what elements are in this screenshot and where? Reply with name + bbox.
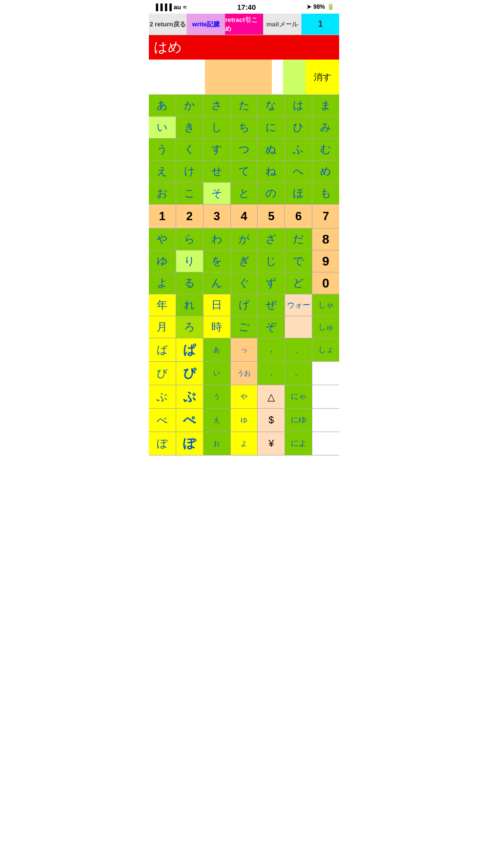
key-ma[interactable]: ま <box>312 95 339 116</box>
key-ta[interactable]: た <box>231 95 258 116</box>
key-small-ya[interactable]: や <box>231 385 258 408</box>
key-ji-time[interactable]: 時 <box>203 316 231 338</box>
key-o[interactable]: お <box>149 183 176 204</box>
key-ni[interactable]: に <box>258 117 285 138</box>
key-ro[interactable]: ろ <box>176 316 203 338</box>
key-small-i[interactable]: い <box>203 362 231 385</box>
key-uo[interactable]: うお <box>231 362 258 385</box>
key-ka[interactable]: か <box>176 95 203 116</box>
key-ji[interactable]: じ <box>258 250 285 272</box>
key-ku[interactable]: く <box>176 139 203 160</box>
key-ko[interactable]: こ <box>176 183 203 204</box>
key-si[interactable]: し <box>203 117 231 138</box>
key-small-o[interactable]: お <box>203 432 231 455</box>
key-mi[interactable]: み <box>312 117 339 138</box>
key-ya[interactable]: や <box>149 228 176 250</box>
key-wo[interactable]: を <box>203 250 231 272</box>
key-bi[interactable]: び <box>149 362 176 385</box>
key-mu[interactable]: む <box>312 139 339 160</box>
key-0[interactable]: 0 <box>312 272 339 294</box>
key-yo[interactable]: よ <box>149 272 176 294</box>
key-ru[interactable]: る <box>176 272 203 294</box>
key-i[interactable]: い <box>149 117 176 138</box>
key-dollar[interactable]: $ <box>258 409 285 432</box>
mail-button[interactable]: mailメール <box>264 14 302 35</box>
key-gu[interactable]: ぐ <box>231 272 258 294</box>
key-no[interactable]: の <box>258 183 285 204</box>
key-zu[interactable]: ず <box>258 272 285 294</box>
key-small-a[interactable]: あ <box>203 338 231 361</box>
key-8[interactable]: 8 <box>312 228 339 250</box>
write-button[interactable]: write記臆 <box>187 14 225 35</box>
key-ha[interactable]: は <box>285 95 312 116</box>
key-ne[interactable]: ね <box>258 161 285 182</box>
key-mo[interactable]: も <box>312 183 339 204</box>
key-nn[interactable]: ん <box>203 272 231 294</box>
key-tsuki[interactable]: 月 <box>149 316 176 338</box>
key-pe[interactable]: ぺ <box>176 409 203 432</box>
key-da[interactable]: だ <box>285 228 312 250</box>
key-pi[interactable]: ぴ <box>176 362 203 385</box>
key-nu[interactable]: ぬ <box>258 139 285 160</box>
key-6[interactable]: 6 <box>285 205 312 228</box>
key-ke[interactable]: け <box>176 161 203 182</box>
key-japanese-comma[interactable]: 、 <box>285 338 312 361</box>
key-ki[interactable]: き <box>176 117 203 138</box>
key-hi[interactable]: ひ <box>285 117 312 138</box>
key-small-tsu[interactable]: っ <box>231 338 258 361</box>
key-pa[interactable]: ぱ <box>176 338 203 361</box>
key-su[interactable]: す <box>203 139 231 160</box>
num-button[interactable]: 1 <box>302 14 339 35</box>
key-ra[interactable]: ら <box>176 228 203 250</box>
key-u[interactable]: う <box>149 139 176 160</box>
key-zo[interactable]: ぞ <box>258 316 285 338</box>
key-se[interactable]: せ <box>203 161 231 182</box>
key-me[interactable]: め <box>312 161 339 182</box>
key-nya[interactable]: にゃ <box>285 385 312 408</box>
key-period[interactable]: ． <box>258 362 285 385</box>
delete-key[interactable]: 消す <box>305 60 339 94</box>
key-ho[interactable]: ほ <box>285 183 312 204</box>
key-te[interactable]: て <box>231 161 258 182</box>
key-ge[interactable]: げ <box>231 294 258 316</box>
key-tu[interactable]: つ <box>231 139 258 160</box>
key-wa[interactable]: わ <box>203 228 231 250</box>
key-he[interactable]: へ <box>285 161 312 182</box>
key-nyu[interactable]: にゆ <box>285 409 312 432</box>
key-9[interactable]: 9 <box>312 250 339 272</box>
key-1[interactable]: 1 <box>149 205 176 228</box>
key-3[interactable]: 3 <box>203 205 231 228</box>
key-be[interactable]: べ <box>149 409 176 432</box>
key-a[interactable]: あ <box>149 95 176 116</box>
key-nichi[interactable]: 日 <box>203 294 231 316</box>
key-shu[interactable]: しゅ <box>312 316 339 338</box>
key-7[interactable]: 7 <box>312 205 339 228</box>
key-pu[interactable]: ぷ <box>176 385 203 408</box>
return-button[interactable]: 2 return戻る <box>149 14 187 35</box>
key-small-u[interactable]: う <box>203 385 231 408</box>
retract-button[interactable]: retract引こめ <box>225 14 263 35</box>
key-to[interactable]: と <box>231 183 258 204</box>
key-fu[interactable]: ふ <box>285 139 312 160</box>
key-bu[interactable]: ぶ <box>149 385 176 408</box>
key-ri[interactable]: り <box>176 250 203 272</box>
key-bo[interactable]: ぼ <box>149 432 176 455</box>
key-yen[interactable]: ¥ <box>258 432 285 455</box>
key-sha[interactable]: しゃ <box>312 294 339 316</box>
key-wo-kata[interactable]: ウォー <box>285 294 312 316</box>
key-ga[interactable]: が <box>231 228 258 250</box>
key-sa[interactable]: さ <box>203 95 231 116</box>
key-de[interactable]: で <box>285 250 312 272</box>
key-2[interactable]: 2 <box>176 205 203 228</box>
key-small-yu[interactable]: ゆ <box>231 409 258 432</box>
key-do[interactable]: ど <box>285 272 312 294</box>
key-nyo[interactable]: によ <box>285 432 312 455</box>
key-so[interactable]: そ <box>203 183 231 204</box>
key-e[interactable]: え <box>149 161 176 182</box>
key-small-e[interactable]: え <box>203 409 231 432</box>
key-gi[interactable]: ぎ <box>231 250 258 272</box>
key-comma[interactable]: ， <box>258 338 285 361</box>
key-na[interactable]: な <box>258 95 285 116</box>
key-small-yo[interactable]: よ <box>231 432 258 455</box>
key-ba[interactable]: ば <box>149 338 176 361</box>
